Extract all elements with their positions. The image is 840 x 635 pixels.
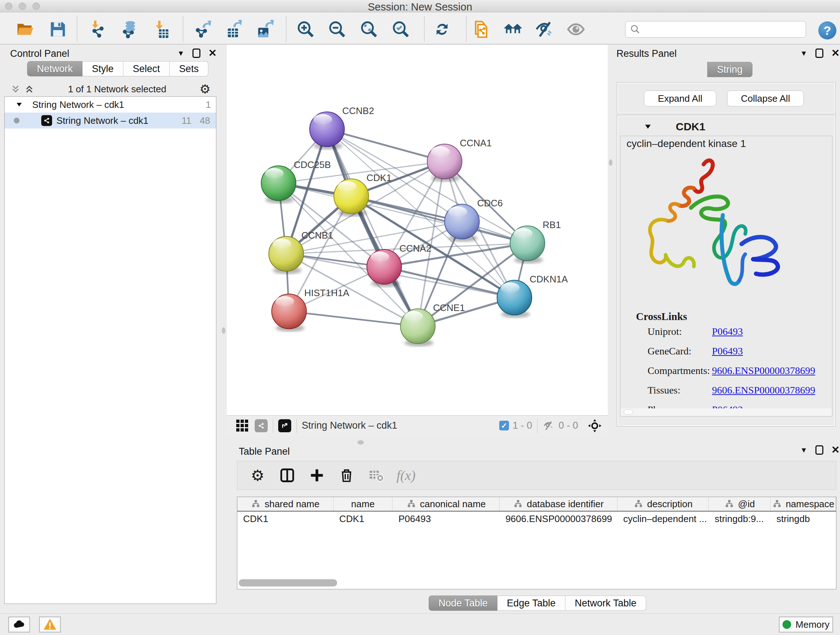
toolbar-separator [424,16,425,42]
panel-menu-icon[interactable]: ▼ [177,49,185,57]
panel-menu-icon[interactable]: ▼ [800,446,807,454]
panel-float-icon[interactable] [815,445,823,455]
panel-close-icon[interactable]: ✕ [831,49,840,58]
collapse-all-button[interactable]: Collapse All [727,90,804,106]
column-header-shared-name[interactable]: shared name [237,497,333,511]
search-icon [630,24,641,35]
table-options-gear-icon[interactable]: ⚙ [248,466,267,485]
zoom-in-icon[interactable] [295,19,316,40]
left-splitter-handle[interactable] [222,327,225,334]
table-cell[interactable]: CDK1 [333,511,393,526]
tab-string[interactable]: String [707,62,752,77]
selected-checkbox-icon[interactable]: ✓ [499,421,509,431]
table-cell[interactable]: 9606.ENSP00000378699 [500,511,617,526]
column-header-database-identifier[interactable]: database identifier [500,497,617,511]
tab-sets[interactable]: Sets [170,61,208,76]
zoom-out-icon[interactable] [327,19,347,40]
tab-style[interactable]: Style [82,61,123,76]
export-table-icon[interactable] [223,19,243,40]
node-table[interactable]: shared namenamecanonical namedatabase id… [237,497,836,589]
column-header-namespace[interactable]: namespace [771,497,836,511]
main-toolbar: ? [0,13,840,44]
panel-float-icon[interactable] [815,49,823,58]
expand-all-chevron-icon[interactable] [10,84,21,95]
expand-all-button[interactable]: Expand All [644,90,716,106]
save-session-icon[interactable] [48,19,68,40]
help-button[interactable]: ? [818,21,836,40]
home-networks-icon[interactable] [503,19,523,40]
show-columns-icon[interactable] [278,466,297,485]
network-label: String Network – cdk1 [57,115,148,126]
results-scrollbar[interactable] [621,409,832,416]
right-splitter-handle[interactable] [609,159,613,166]
import-network-from-database-icon[interactable] [119,19,140,40]
tab-edge-table[interactable]: Edge Table [497,595,565,611]
table-toolbar: ⚙ f(x) [237,461,836,490]
delete-column-trash-icon[interactable] [337,466,356,485]
tab-network[interactable]: Network [27,61,82,76]
panel-float-icon[interactable] [193,49,201,58]
crosslink-link[interactable]: P06493 [712,326,743,337]
tab-node-table[interactable]: Node Table [429,595,497,611]
function-builder-icon[interactable]: f(x) [396,466,416,485]
zoom-selected-icon[interactable] [391,19,411,40]
table-horizontal-scrollbar[interactable] [239,579,337,586]
node-layer: CCNB2CCNA1CDC25BCDK1CDC6RB1CCNB1CCNA2CDK… [261,105,568,347]
zoom-fit-icon[interactable] [359,19,379,40]
collection-count: 1 [206,99,211,111]
toolbar-separator [183,16,183,42]
fit-content-crosshair-icon[interactable] [587,418,602,433]
export-network-icon[interactable] [193,19,213,40]
hide-selected-eye-slash-icon[interactable] [534,19,554,40]
table-row[interactable]: CDK1CDK1P064939606.ENSP00000378699cyclin… [237,511,836,526]
table-cell[interactable]: P06493 [393,511,500,526]
column-header--id[interactable]: @id [709,497,771,511]
delete-table-icon[interactable] [367,466,386,485]
tab-select[interactable]: Select [123,61,170,76]
tree-expand-icon[interactable] [16,101,23,108]
search-field[interactable] [625,21,806,38]
crosslink-link[interactable]: 9606.ENSP00000378699 [712,365,815,377]
clone-network-icon[interactable] [471,19,491,40]
node-label-ccnb2: CCNB2 [342,105,374,116]
string-tools-icon[interactable] [255,419,268,432]
search-input[interactable] [644,22,806,36]
crosslink-link[interactable]: 9606.ENSP00000378699 [712,385,815,396]
import-table-icon[interactable] [152,19,172,40]
tab-network-table[interactable]: Network Table [565,595,646,611]
import-network-icon[interactable] [88,19,109,40]
panel-close-icon[interactable]: ✕ [208,49,217,58]
export-image-icon[interactable] [254,19,275,40]
network-collection-row[interactable]: String Network – cdk1 1 [5,97,216,112]
crosslink-link[interactable]: P06493 [712,345,743,357]
table-cell[interactable]: CDK1 [237,511,333,526]
panel-close-icon[interactable]: ✕ [831,445,840,455]
string-network-icon [41,115,52,126]
collapse-all-chevron-icon[interactable] [24,84,35,95]
network-options-gear-icon[interactable]: ⚙ [200,82,210,96]
control-panel-window-controls: ▼ ✕ [177,49,217,58]
cloud-status-button[interactable] [8,616,30,632]
hidden-eye-slash-icon[interactable] [543,420,555,432]
table-cell[interactable]: cyclin–dependent ... [617,511,709,526]
table-cell[interactable]: stringdb [771,511,836,526]
network-row-selected[interactable]: String Network – cdk1 11 48 [5,112,216,128]
protein-section-header[interactable]: CDK1 [617,119,836,134]
open-session-icon[interactable] [15,19,35,40]
column-header-canonical-name[interactable]: canonical name [393,497,500,511]
open-in-window-icon[interactable] [278,419,291,432]
column-header-description[interactable]: description [617,497,709,511]
control-panel-title: Control Panel [10,48,69,59]
horizontal-splitter-handle[interactable] [357,440,364,445]
memory-button[interactable]: Memory [779,616,833,632]
network-canvas[interactable]: CCNB2CCNA1CDC25BCDK1CDC6RB1CCNB1CCNA2CDK… [227,45,608,415]
panel-menu-icon[interactable]: ▼ [800,49,807,57]
column-header-name[interactable]: name [333,497,393,511]
refresh-icon[interactable] [432,19,452,40]
table-cell[interactable]: stringdb:9... [709,511,771,526]
show-all-eye-icon[interactable] [566,19,586,40]
add-column-icon[interactable] [308,466,326,485]
warnings-button[interactable] [39,616,61,632]
birdseye-grid-icon[interactable] [236,420,248,432]
section-collapse-icon[interactable] [644,123,652,131]
